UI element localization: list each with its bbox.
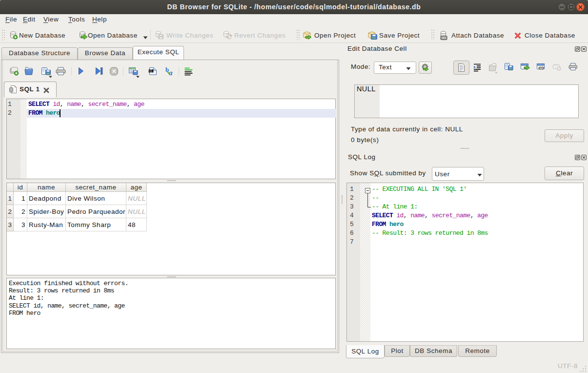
svg-text:a: a	[169, 69, 173, 77]
